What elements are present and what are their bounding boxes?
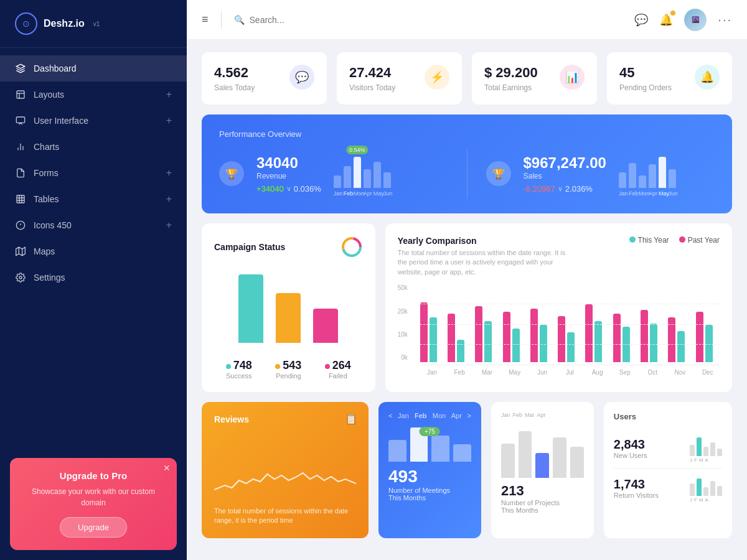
campaign-title: Campaign Status: [214, 242, 285, 252]
sales-chart: [619, 151, 676, 188]
proj-bar-apr: [553, 437, 566, 478]
sidebar-item-settings[interactable]: Settings: [0, 264, 187, 291]
year-group-jun: [530, 309, 554, 362]
sidebar-item-user-interface[interactable]: User Interface +: [0, 108, 187, 134]
meet-bar-apr: [453, 444, 471, 462]
upgrade-button[interactable]: Upgrade: [60, 517, 127, 538]
year-bar-past-4: [530, 309, 538, 362]
yearly-description: The total number of sessions within the …: [398, 248, 572, 277]
bar-chart-icon: [15, 141, 26, 152]
more-options-icon[interactable]: ···: [718, 12, 732, 27]
sidebar-label-charts: Charts: [34, 142, 59, 152]
sidebar-label-maps: Maps: [34, 246, 55, 256]
donut-chart-icon: [341, 236, 363, 258]
year-bar-this-6: [594, 321, 602, 362]
stat-label-sales: Sales Today: [214, 83, 255, 92]
stats-row: 4.562 Sales Today 💬 27.424 Visitors Toda…: [202, 52, 732, 105]
sidebar-item-maps[interactable]: Maps: [0, 238, 187, 264]
campaign-stat-success: 748 Success: [226, 359, 252, 380]
layout-icon: [15, 89, 26, 100]
meetings-next-button[interactable]: >: [467, 412, 471, 419]
users-card: Users 2,843 New Users: [604, 402, 732, 538]
sidebar-item-forms[interactable]: Forms +: [0, 160, 187, 186]
user-avatar[interactable]: 🌆: [684, 9, 707, 31]
campaign-bar-failed: [313, 309, 338, 343]
users-title: Users: [614, 412, 722, 421]
stat-pending-orders: 45 Pending Orders 🔔: [607, 52, 732, 105]
reviews-card: Reviews 📋 The total number of sessions w…: [202, 402, 369, 538]
return-users-count: 1,743: [614, 477, 659, 492]
reviews-title: Reviews: [214, 414, 356, 424]
projects-card: Jan Feb Mar Apr 213 Number of ProjectsTh…: [491, 402, 594, 538]
user-row-return: 1,743 Return Visitors JFMA: [614, 469, 722, 508]
campaign-stat-pending: 543 Pending: [275, 359, 301, 380]
sidebar-item-layouts[interactable]: Layouts +: [0, 82, 187, 108]
meetings-prev-button[interactable]: <: [388, 412, 392, 419]
sidebar-item-dashboard[interactable]: Dashboard: [0, 55, 187, 82]
meetings-label: Number of MeetingsThis Months: [388, 487, 471, 502]
year-bar-past-8: [641, 310, 648, 362]
meet-bar-mon: [431, 436, 449, 462]
sidebar-item-tables[interactable]: Tables +: [0, 186, 187, 212]
sidebar-item-icons[interactable]: Icons 450 +: [0, 212, 187, 238]
new-users-count: 2,843: [614, 437, 647, 452]
rev-bar-5: [374, 162, 381, 188]
logo-text: Deshz.io: [44, 18, 85, 29]
sidebar-item-charts[interactable]: Charts: [0, 134, 187, 160]
year-group-dec: [696, 312, 720, 363]
year-bar-this-2: [484, 321, 492, 362]
proj-bar-may: [570, 447, 584, 478]
stat-icon-sales: 💬: [289, 65, 314, 90]
search-input[interactable]: [250, 15, 374, 25]
revenue-label: Revenue: [256, 172, 321, 180]
year-bar-this-3: [512, 329, 520, 362]
chat-icon[interactable]: 💬: [634, 13, 648, 27]
rev-bar-3: 0.54%: [354, 157, 361, 188]
notification-icon[interactable]: 🔔: [659, 13, 673, 27]
sales-bar-5: [659, 157, 666, 188]
proj-bar-jan: [501, 444, 515, 478]
new-users-label: New Users: [614, 452, 647, 459]
rev-bar-1: [334, 175, 341, 188]
campaign-bars: [214, 268, 363, 349]
campaign-stats: 748 Success 543 Pending 264 Failed: [214, 359, 363, 380]
year-bar-past-1: [448, 314, 455, 362]
yearly-legend: This Year Past Year: [629, 236, 720, 245]
year-group-sep: [613, 314, 637, 362]
year-bar-this-9: [677, 331, 685, 362]
stat-visitors-today: 27.424 Visitors Today ⚡: [337, 52, 462, 105]
svg-rect-4: [16, 117, 24, 123]
svg-rect-1: [17, 91, 24, 98]
failed-label: Failed: [325, 372, 351, 380]
sales-icon: 🏆: [486, 161, 511, 186]
revenue-badge: 0.54%: [346, 146, 369, 154]
upgrade-close-button[interactable]: ✕: [163, 463, 171, 473]
revenue-months: Jan Feb Mon Apr May Jun: [334, 190, 391, 197]
stat-sales-today: 4.562 Sales Today 💬: [202, 52, 327, 105]
revenue-change-pct: 0.036%: [294, 184, 321, 194]
sales-bar-6: [669, 169, 676, 188]
sidebar-label-layouts: Layouts: [34, 90, 64, 100]
stat-label-earnings: Total Earnings: [484, 83, 538, 92]
revenue-icon: 🏆: [219, 161, 244, 186]
stat-value-sales: 4.562: [214, 65, 255, 81]
svg-marker-16: [16, 247, 26, 255]
pending-label: Pending: [275, 372, 301, 380]
yearly-header: Yearly Comparison The total number of se…: [398, 236, 720, 277]
sidebar-logo[interactable]: ⊙ Deshz.io v1: [0, 0, 187, 48]
stat-icon-visitors: ⚡: [425, 65, 449, 90]
search-icon: 🔍: [234, 15, 245, 25]
this-year-dot: [629, 236, 636, 243]
meetings-card: < Jan Feb Mon Apr > +75 493 Number of Me…: [378, 402, 481, 538]
layouts-plus-icon: +: [166, 89, 172, 100]
year-bar-past-3: [503, 312, 510, 363]
sales-change: -6.20967 ∨ 2.036%: [524, 184, 606, 194]
sidebar-label-forms: Forms: [34, 168, 59, 178]
failed-count: 264: [332, 359, 351, 371]
svg-marker-0: [16, 64, 24, 68]
hamburger-icon[interactable]: ≡: [202, 13, 209, 26]
user-row-new: 2,843 New Users JFMA: [614, 429, 722, 469]
new-users-mini-bars: [690, 434, 722, 456]
bottom-row: Reviews 📋 The total number of sessions w…: [202, 402, 732, 538]
revenue-value: 34040: [256, 154, 321, 172]
